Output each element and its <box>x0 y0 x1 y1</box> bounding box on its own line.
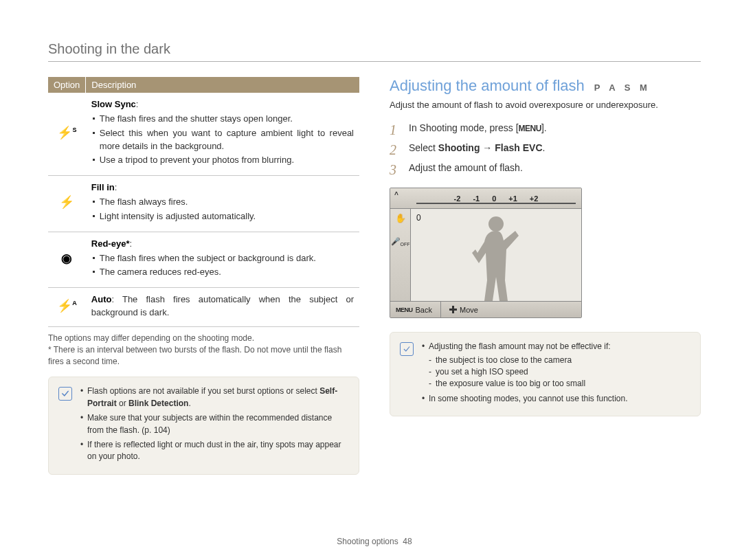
note-box-left: Flash options are not available if you s… <box>48 377 359 474</box>
person-silhouette-icon <box>465 212 527 301</box>
ev-scale: ^ -2 -1 0 +1 +2 <box>390 188 581 209</box>
section-title: Adjusting the amount of flash P A S M <box>390 77 701 95</box>
svg-point-1 <box>488 216 504 232</box>
hand-icon: ✋ <box>395 213 406 223</box>
note-box-right: Adjusting the flash amount may not be ef… <box>390 332 701 416</box>
th-description: Description <box>86 77 359 93</box>
menu-key: MENU <box>519 124 541 133</box>
dpad-icon <box>449 306 457 313</box>
table-footnotes: The options may differ depending on the … <box>48 333 359 367</box>
option-name: Red-eye* <box>91 238 130 249</box>
step-item: In Shooting mode, press [MENU]. <box>390 121 701 135</box>
option-name: Slow Sync <box>91 99 136 109</box>
note-item: If there is reflected light or much dust… <box>80 439 349 463</box>
option-name: Auto <box>91 294 112 304</box>
icon-red-eye: ◉ <box>48 232 86 288</box>
screen-sidebar: ✋ 🎤OFF <box>390 209 411 301</box>
icon-fill-in: ⚡ <box>48 176 86 232</box>
step-item: Adjust the amount of flash. <box>390 161 701 175</box>
note-item: Flash options are not available if you s… <box>80 385 349 410</box>
note-item: Make sure that your subjects are within … <box>80 412 349 436</box>
table-row: ⚡A Auto: The flash fires automatically w… <box>48 288 359 327</box>
th-option: Option <box>48 77 86 93</box>
steps-list: In Shooting mode, press [MENU]. Select S… <box>390 121 701 175</box>
option-name: Fill in <box>91 182 115 192</box>
icon-auto: ⚡A <box>48 288 86 327</box>
table-row: ◉ Red-eye*: The flash fires when the sub… <box>48 232 359 288</box>
page-title: Shooting in the dark <box>48 41 701 62</box>
icon-slow-sync: ⚡S <box>48 93 86 176</box>
move-hint: Move <box>449 306 478 314</box>
flash-options-table: Option Description ⚡S Slow Sync: The fla… <box>48 77 359 327</box>
page-footer: Shooting options 48 <box>48 523 701 546</box>
mode-indicator: P A S M <box>594 82 651 93</box>
info-icon <box>58 387 72 401</box>
table-row: ⚡ Fill in: The flash always fires. Light… <box>48 176 359 232</box>
camera-screen-mock: ^ -2 -1 0 +1 +2 ✋ 🎤OFF 0 <box>390 188 582 318</box>
back-hint: MENU Back <box>396 306 432 314</box>
note-item: Adjusting the flash amount may not be ef… <box>422 341 628 390</box>
note-item: In some shooting modes, you cannot use t… <box>422 393 628 405</box>
section-intro: Adjust the amount of flash to avoid over… <box>390 99 701 111</box>
info-icon <box>400 342 414 356</box>
table-row: ⚡S Slow Sync: The flash fires and the sh… <box>48 93 359 176</box>
step-item: Select Shooting → Flash EVC. <box>390 141 701 155</box>
ev-value: 0 <box>416 213 421 223</box>
mic-off-icon: 🎤OFF <box>391 237 410 247</box>
